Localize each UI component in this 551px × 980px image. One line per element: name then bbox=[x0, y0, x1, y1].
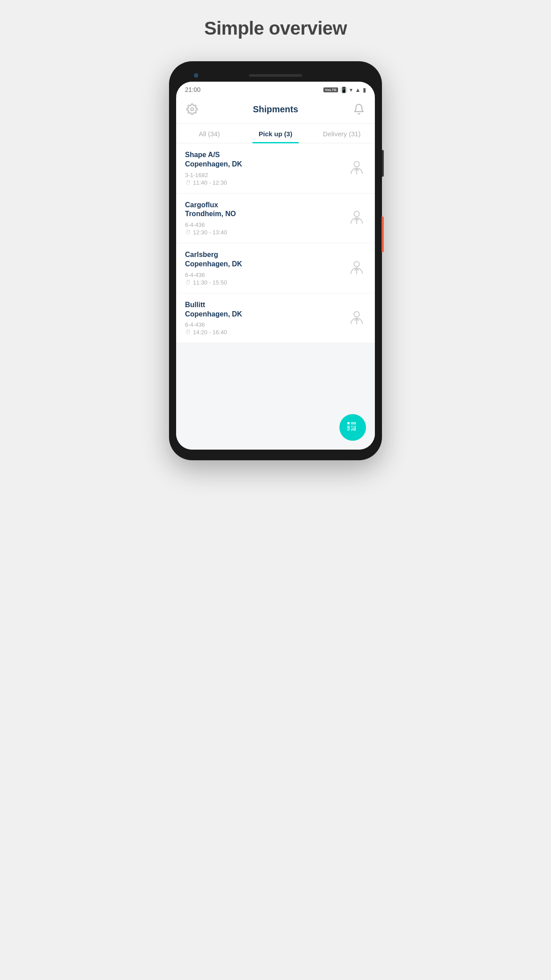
shipment-item[interactable]: Bullitt Copenhagen, DK 6-4-436 ⏱ 14:20 -… bbox=[176, 293, 375, 344]
clock-icon: ⏱ bbox=[185, 329, 191, 336]
side-button bbox=[382, 150, 384, 177]
pickup-icon bbox=[347, 159, 366, 178]
volte-badge: VoLTE bbox=[323, 87, 338, 92]
app-header: Shipments bbox=[176, 96, 375, 124]
shipment-time-row: ⏱ 12:30 - 13:40 bbox=[185, 229, 347, 236]
svg-point-1 bbox=[354, 162, 359, 167]
shipment-name: Bullitt bbox=[185, 300, 347, 310]
shipment-time: 11:30 - 15:50 bbox=[193, 279, 227, 286]
svg-point-3 bbox=[354, 261, 359, 267]
shipment-item[interactable]: Shape A/S Copenhagen, DK 3-1-1682 ⏱ 11:4… bbox=[176, 143, 375, 194]
shipment-location: Trondheim, NO bbox=[185, 209, 347, 219]
shipment-time: 11:40 - 12:30 bbox=[193, 179, 227, 186]
shipment-time: 12:30 - 13:40 bbox=[193, 229, 227, 236]
shipment-location: Copenhagen, DK bbox=[185, 160, 347, 169]
shipment-info: Shape A/S Copenhagen, DK 3-1-1682 ⏱ 11:4… bbox=[185, 150, 347, 186]
shipment-time: 14:20 - 16:40 bbox=[193, 329, 227, 336]
shipment-time-row: ⏱ 11:30 - 15:50 bbox=[185, 279, 347, 286]
shipment-item[interactable]: Cargoflux Trondheim, NO 6-4-436 ⏱ 12:30 … bbox=[176, 194, 375, 244]
shipment-action bbox=[347, 159, 366, 178]
tab-all[interactable]: All (34) bbox=[176, 124, 242, 143]
shipment-time-row: ⏱ 11:40 - 12:30 bbox=[185, 179, 347, 186]
phone-screen: 21:00 VoLTE 📳 ▾ ▲ ▮ Shipments bbox=[176, 82, 375, 450]
shipment-info: Carlsberg Copenhagen, DK 6-4-436 ⏱ 11:30… bbox=[185, 250, 347, 286]
shipment-name: Carlsberg bbox=[185, 250, 347, 260]
tab-delivery[interactable]: Delivery (31) bbox=[309, 124, 375, 143]
clock-icon: ⏱ bbox=[185, 229, 191, 236]
shipment-name: Cargoflux bbox=[185, 201, 347, 210]
phone-frame: 21:00 VoLTE 📳 ▾ ▲ ▮ Shipments bbox=[169, 61, 382, 460]
shipment-id: 6-4-436 bbox=[185, 321, 347, 328]
shipment-list: Shape A/S Copenhagen, DK 3-1-1682 ⏱ 11:4… bbox=[176, 143, 375, 343]
svg-point-4 bbox=[354, 312, 359, 317]
shipment-id: 3-1-1682 bbox=[185, 172, 347, 178]
settings-button[interactable] bbox=[185, 102, 199, 116]
empty-area bbox=[176, 343, 375, 414]
qr-scanner-button[interactable] bbox=[339, 414, 366, 441]
status-time: 21:00 bbox=[185, 86, 201, 93]
shipment-action bbox=[347, 209, 366, 227]
phone-top-bar bbox=[176, 69, 375, 82]
shipment-location: Copenhagen, DK bbox=[185, 260, 347, 269]
svg-point-0 bbox=[191, 108, 194, 111]
wifi-icon: ▾ bbox=[350, 87, 353, 93]
vibrate-icon: 📳 bbox=[340, 87, 347, 93]
notifications-button[interactable] bbox=[352, 102, 366, 116]
battery-icon: ▮ bbox=[363, 87, 366, 93]
front-camera bbox=[194, 73, 198, 78]
pickup-icon bbox=[347, 209, 366, 227]
shipment-name: Shape A/S bbox=[185, 150, 347, 160]
shipment-time-row: ⏱ 14:20 - 16:40 bbox=[185, 329, 347, 336]
shipment-action bbox=[347, 309, 366, 328]
tabs-row: All (34) Pick up (3) Delivery (31) bbox=[176, 124, 375, 143]
signal-icon: ▲ bbox=[355, 87, 361, 93]
clock-icon: ⏱ bbox=[185, 279, 191, 286]
status-bar: 21:00 VoLTE 📳 ▾ ▲ ▮ bbox=[176, 82, 375, 96]
shipment-id: 6-4-436 bbox=[185, 221, 347, 228]
fab-container bbox=[176, 414, 375, 450]
tab-pickup[interactable]: Pick up (3) bbox=[242, 124, 308, 143]
pickup-icon bbox=[347, 259, 366, 277]
shipment-info: Bullitt Copenhagen, DK 6-4-436 ⏱ 14:20 -… bbox=[185, 300, 347, 336]
page-headline: Simple overview bbox=[204, 18, 347, 39]
status-icons: VoLTE 📳 ▾ ▲ ▮ bbox=[323, 87, 366, 93]
svg-point-2 bbox=[354, 211, 359, 217]
shipment-item[interactable]: Carlsberg Copenhagen, DK 6-4-436 ⏱ 11:30… bbox=[176, 243, 375, 293]
shipment-info: Cargoflux Trondheim, NO 6-4-436 ⏱ 12:30 … bbox=[185, 201, 347, 236]
shipment-location: Copenhagen, DK bbox=[185, 310, 347, 319]
shipment-id: 6-4-436 bbox=[185, 272, 347, 278]
shipment-action bbox=[347, 259, 366, 277]
pickup-icon bbox=[347, 309, 366, 328]
orange-strip bbox=[382, 217, 384, 252]
clock-icon: ⏱ bbox=[185, 179, 191, 186]
speaker bbox=[249, 74, 302, 77]
app-title: Shipments bbox=[253, 104, 298, 115]
